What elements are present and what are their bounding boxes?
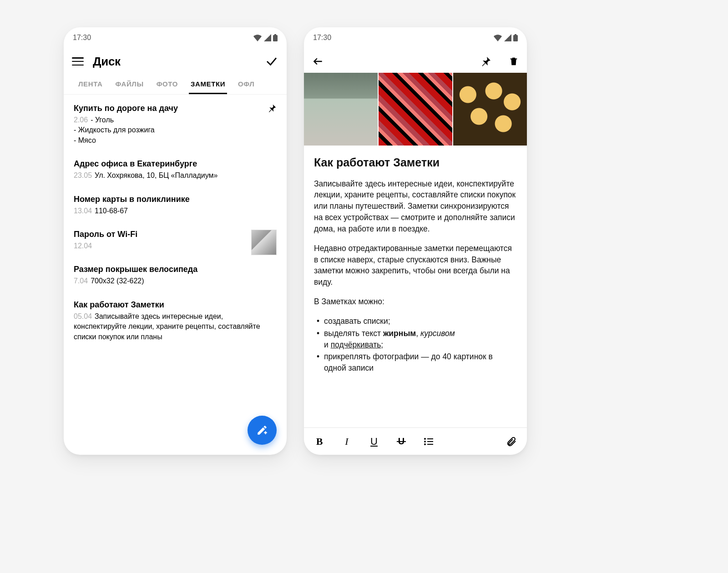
note-item[interactable]: Как работают Заметки 05.04Записывайте зд… xyxy=(64,294,287,349)
note-title: Пароль от Wi-Fi xyxy=(74,230,277,239)
attachment-image[interactable] xyxy=(379,73,452,146)
svg-rect-3 xyxy=(515,34,516,35)
note-body-line: - Жидкость для розжига xyxy=(74,125,277,135)
note-body-line: 13.04110-68-67 xyxy=(74,206,277,216)
note-title: Купить по дороге на дачу xyxy=(74,104,277,113)
pin-icon xyxy=(268,104,277,113)
list-icon xyxy=(423,436,434,447)
strikethrough-icon: U xyxy=(396,436,407,447)
strikethrough-button[interactable]: U xyxy=(395,435,408,448)
note-body-line: 05.04Записывайте здесь интересные идеи, … xyxy=(74,312,277,342)
wifi-icon xyxy=(253,34,262,41)
battery-icon xyxy=(513,34,518,41)
app-bar: Диск xyxy=(64,48,287,75)
note-item[interactable]: Пароль от Wi-Fi 12.04 xyxy=(64,223,287,258)
phone-notes-list: 17:30 Диск ЛЕНТА ФАЙЛЫ ФОТО ЗАМЕТКИ ОФЛ … xyxy=(64,27,287,455)
note-date: 05.04 xyxy=(74,312,92,320)
phone-note-detail: 17:30 Как работают Заметки Записывайте з… xyxy=(304,27,527,455)
list-item: создавать списки; xyxy=(314,316,517,327)
note-paragraph: Недавно отредактированные заметки переме… xyxy=(314,243,517,288)
signal-icon xyxy=(504,34,511,41)
note-thumbnail xyxy=(251,230,277,255)
list-item: прикреплять фотографии — до 40 картинок … xyxy=(314,351,517,374)
status-icons xyxy=(493,34,518,41)
note-item[interactable]: Купить по дороге на дачу 2.06- Уголь - Ж… xyxy=(64,97,287,153)
back-icon[interactable] xyxy=(312,55,324,67)
note-editor-body[interactable]: Как работают Заметки Записывайте здесь и… xyxy=(304,146,527,427)
signal-icon xyxy=(264,34,271,41)
done-icon[interactable] xyxy=(265,55,278,68)
svg-rect-7 xyxy=(427,438,433,439)
note-item[interactable]: Адрес офиса в Екатеринбурге 23.05Ул. Хох… xyxy=(64,153,287,188)
svg-rect-0 xyxy=(273,35,278,41)
delete-button[interactable] xyxy=(509,56,519,67)
note-body-line: 2.06- Уголь xyxy=(74,115,277,125)
wifi-icon xyxy=(493,34,502,41)
note-title: Адрес офиса в Екатеринбурге xyxy=(74,159,277,169)
status-icons xyxy=(253,34,278,41)
svg-rect-9 xyxy=(427,441,433,442)
note-date: 2.06 xyxy=(74,116,88,124)
status-time: 17:30 xyxy=(73,34,91,42)
note-heading: Как работают Заметки xyxy=(314,155,517,171)
underline-button[interactable]: U xyxy=(368,435,380,448)
svg-point-10 xyxy=(424,443,426,445)
status-bar: 17:30 xyxy=(64,27,287,48)
tab-files[interactable]: ФАЙЛЫ xyxy=(109,75,150,94)
svg-point-8 xyxy=(424,441,426,442)
status-time: 17:30 xyxy=(313,34,331,42)
attachment-image-strip[interactable] xyxy=(304,73,527,146)
menu-icon[interactable] xyxy=(72,57,84,65)
attachment-image[interactable] xyxy=(453,73,527,146)
svg-rect-2 xyxy=(513,35,518,41)
note-body-line: 23.05Ул. Хохрякова, 10, БЦ «Палладиум» xyxy=(74,171,277,181)
note-paragraph: Записывайте здесь интересные идеи, консп… xyxy=(314,178,517,235)
note-date: 13.04 xyxy=(74,207,92,215)
note-date: 7.04 xyxy=(74,277,88,285)
note-title: Как работают Заметки xyxy=(74,300,277,310)
attachment-image[interactable] xyxy=(304,73,378,146)
compose-icon xyxy=(256,424,268,436)
note-body-line: 7.04700х32 (32-622) xyxy=(74,276,277,286)
editor-toolbar: B I U U xyxy=(304,427,527,455)
note-item[interactable]: Номер карты в поликлинике 13.04110-68-67 xyxy=(64,188,287,223)
note-date: 23.05 xyxy=(74,171,92,179)
app-bar xyxy=(304,48,527,75)
tab-notes[interactable]: ЗАМЕТКИ xyxy=(184,75,232,94)
notes-list[interactable]: Купить по дороге на дачу 2.06- Уголь - Ж… xyxy=(64,95,287,455)
note-paragraph: В Заметках можно: xyxy=(314,296,517,307)
tab-photo[interactable]: ФОТО xyxy=(150,75,184,94)
note-item[interactable]: Размер покрышек велосипеда 7.04700х32 (3… xyxy=(64,258,287,293)
svg-rect-1 xyxy=(274,34,276,35)
tab-offline[interactable]: ОФЛ xyxy=(232,75,261,94)
note-date: 12.04 xyxy=(74,242,92,250)
bullet-list-button[interactable] xyxy=(422,435,435,448)
svg-point-6 xyxy=(424,438,426,440)
note-bullet-list: создавать списки; выделять текст жирным,… xyxy=(314,316,517,374)
battery-icon xyxy=(273,34,278,41)
bold-button[interactable]: B xyxy=(313,435,326,448)
svg-rect-11 xyxy=(427,444,433,445)
list-item: выделять текст жирным, курсивом и подчёр… xyxy=(314,328,517,351)
tab-feed[interactable]: ЛЕНТА xyxy=(72,75,109,94)
paperclip-icon xyxy=(506,436,517,447)
italic-button[interactable]: I xyxy=(340,435,353,448)
new-note-fab[interactable] xyxy=(248,416,277,445)
status-bar: 17:30 xyxy=(304,27,527,48)
app-title: Диск xyxy=(93,55,121,69)
note-body-line: 12.04 xyxy=(74,241,277,251)
tabs: ЛЕНТА ФАЙЛЫ ФОТО ЗАМЕТКИ ОФЛ xyxy=(64,75,287,95)
note-title: Размер покрышек велосипеда xyxy=(74,265,277,274)
note-title: Номер карты в поликлинике xyxy=(74,195,277,204)
pin-button[interactable] xyxy=(480,56,491,67)
attach-button[interactable] xyxy=(505,435,518,448)
note-body-line: - Мясо xyxy=(74,136,277,146)
